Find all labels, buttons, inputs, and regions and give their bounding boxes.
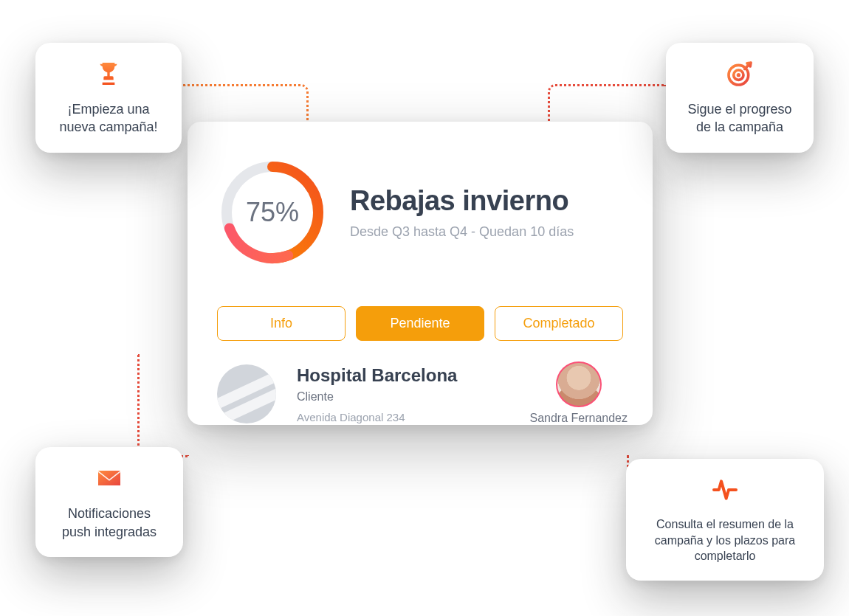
svg-point-5 xyxy=(737,73,740,77)
client-role: Cliente xyxy=(297,390,509,404)
target-icon xyxy=(725,59,755,91)
callout-label: Notificaciones push integradas xyxy=(53,505,165,541)
callout-push-notifications: Notificaciones push integradas xyxy=(35,447,183,557)
campaign-title: Rebajas invierno xyxy=(350,185,623,217)
progress-ring: 75% xyxy=(217,157,328,268)
trophy-icon xyxy=(94,59,123,91)
campaign-subtitle: Desde Q3 hasta Q4 - Quedan 10 días xyxy=(350,224,623,240)
client-address: Avenida Diagonal 234 xyxy=(297,411,509,423)
campaign-tabs: Info Pendiente Completado xyxy=(217,306,623,341)
activity-icon xyxy=(710,475,740,508)
callout-track-progress: Sigue el progreso de la campaña xyxy=(666,43,814,153)
assignee-block: Sandra Fernandez xyxy=(529,363,628,425)
tab-completed[interactable]: Completado xyxy=(495,306,623,341)
connector-bottom-left xyxy=(137,354,189,457)
client-logo xyxy=(217,364,276,423)
assignee-avatar[interactable] xyxy=(557,363,600,406)
callout-new-campaign: ¡Empieza una nueva campaña! xyxy=(35,43,182,153)
assignee-name: Sandra Fernandez xyxy=(529,412,628,425)
campaign-card: 75% Rebajas invierno Desde Q3 hasta Q4 -… xyxy=(188,122,653,425)
callout-label: ¡Empieza una nueva campaña! xyxy=(53,100,164,136)
tab-info[interactable]: Info xyxy=(217,306,346,341)
client-row: Hospital Barcelona Cliente Avenida Diago… xyxy=(217,363,623,425)
tab-pending[interactable]: Pendiente xyxy=(356,306,484,341)
callout-summary-deadlines: Consulta el resumen de la campaña y los … xyxy=(626,459,824,581)
callout-label: Consulta el resumen de la campaña y los … xyxy=(644,516,806,564)
client-name: Hospital Barcelona xyxy=(297,365,509,386)
progress-value: 75% xyxy=(217,157,328,268)
envelope-icon xyxy=(94,463,124,496)
callout-label: Sigue el progreso de la campaña xyxy=(684,100,796,136)
